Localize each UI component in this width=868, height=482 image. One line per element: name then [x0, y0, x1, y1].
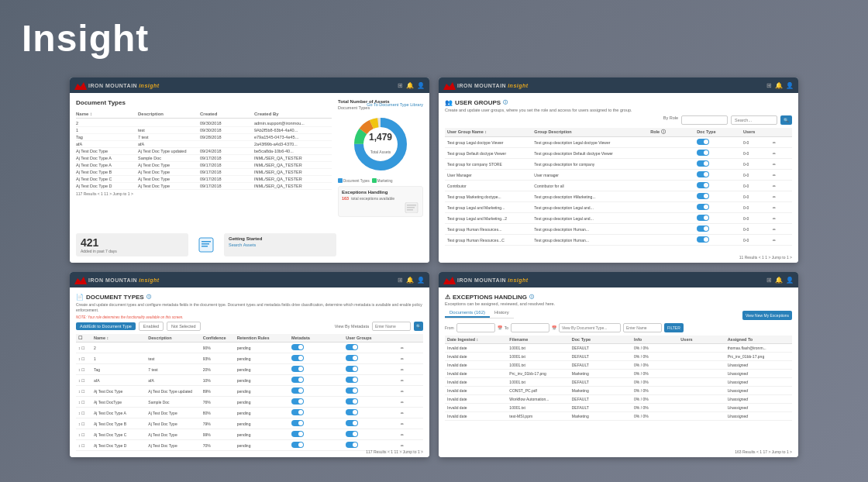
table-row: Test group Marketing doctype... Test gro…: [445, 191, 792, 202]
p4-doctype-filter[interactable]: [559, 323, 621, 332]
panels-container: IRON MOUNTAIN InSight ⊞ 🔔 👤 Document Typ…: [70, 77, 798, 457]
p4-to-label: To: [505, 325, 508, 330]
p4-title: ⚠ EXCEPTIONS HANDLING ⓘ: [445, 294, 792, 301]
p4-table-header: Date Ingested ↕ Filename Doc Type Info U…: [445, 336, 792, 344]
p3-col-ret: Retention Rules: [237, 336, 291, 340]
p4-filter-btn[interactable]: FILTER: [664, 323, 684, 332]
p1-pagination: 117 Results < 1 11 > Jump to 1 >: [76, 191, 332, 196]
table-row: Test group for company STORE Test group …: [445, 159, 792, 170]
p1-exceptions-title: Exceptions Handling: [342, 190, 419, 195]
p2-filter-label: By Role: [663, 115, 678, 125]
page-title: Insight: [22, 17, 149, 60]
table-row: afA afA 2a43f99b-a4d3-4370...: [76, 141, 332, 148]
p2-role-filter[interactable]: [681, 115, 728, 125]
bell-icon-2: 🔔: [775, 82, 783, 89]
p1-new-assets-number: 421: [81, 236, 184, 249]
p3-not-selected-btn[interactable]: Not Selected: [167, 322, 201, 331]
p1-icon-box: [195, 233, 218, 256]
p3-search-input[interactable]: [372, 322, 411, 331]
p3-pagination: 117 Results < 1 11 > Jump to 1 >: [366, 449, 423, 454]
p1-new-assets: 421 Added in past 7 days: [76, 233, 188, 256]
p2-table-header: User Group Name ↕ Group Description Role…: [445, 128, 792, 137]
p4-col-assigned: Assigned To: [728, 337, 790, 342]
p1-bottom-bar: 421 Added in past 7 days Getting Started…: [76, 233, 336, 256]
user-icon-3: 👤: [417, 277, 425, 284]
table-row: Aj Test Doc Type Aj Test Doc Type update…: [76, 148, 332, 155]
table-row: Invalid date CONST_PC.pdf Marketing 0% /…: [445, 387, 792, 395]
p1-total-assets-label: Total Number of Assets: [338, 99, 423, 104]
info-icon: ⓘ: [503, 99, 508, 106]
p3-enabled-btn[interactable]: Enabled: [139, 322, 164, 331]
p2-pagination: 11 Results < 1 1 > Jump to 1 >: [739, 255, 792, 260]
users-icon: 👥: [445, 99, 453, 106]
svg-rect-9: [199, 238, 213, 252]
p3-add-btn[interactable]: Add/Edit to Document Type: [76, 322, 136, 330]
p3-toolbar: Add/Edit to Document Type Enabled Not Se…: [76, 322, 423, 331]
p4-calendar-icon-from[interactable]: 📅: [498, 325, 502, 330]
table-row: Invalid date 10001.txt DEFAULT 0% / 0% t…: [445, 344, 792, 353]
p2-pagination-text: 11 Results < 1 1 > Jump to 1 >: [739, 255, 792, 260]
panel-header-2: IRON MOUNTAIN InSight ⊞ 🔔 👤: [439, 77, 798, 93]
insight-text-4: InSight: [508, 277, 528, 283]
p1-new-assets-label: Added in past 7 days: [81, 249, 184, 253]
panel-exceptions: IRON MOUNTAIN InSight ⊞ 🔔 👤 ⚠ EXCEPTIONS…: [439, 272, 798, 457]
panel-content-4: ⚠ EXCEPTIONS HANDLING ⓘ Exceptions can b…: [439, 287, 798, 457]
table-row: Aj Test Doc Type D Aj Test Doc Type 09/1…: [76, 183, 332, 190]
p2-search-input[interactable]: [731, 115, 777, 125]
p4-name-filter[interactable]: [623, 323, 662, 332]
p4-col-filename: Filename: [509, 337, 571, 342]
table-row: ↕ ☐ afA afA 10% pending ✏: [76, 375, 423, 386]
p1-col-name: Name ↕: [76, 112, 138, 116]
p1-gs-link[interactable]: Search Assets: [229, 243, 332, 247]
p1-col-createdby: Created By: [254, 112, 332, 116]
p1-donut-sub: Total Assets: [370, 150, 391, 154]
tab-documents[interactable]: Documents (162): [445, 308, 490, 318]
p4-col-info: Info: [634, 337, 680, 342]
p2-table-body: Test group Legal doctype Viewer Test gro…: [445, 137, 792, 246]
header-icons-4: ⊞ 🔔 👤: [766, 277, 794, 284]
p4-col-doctype: Doc Type: [572, 337, 634, 342]
p1-legend: Document Types Marketing: [338, 178, 423, 183]
table-row: ↕ ☐ Aj Test Doc Type C Aj Test Doc Type …: [76, 429, 423, 440]
p1-donut-number: 1,479: [369, 132, 392, 143]
grid-icon-2: ⊞: [766, 82, 772, 89]
insight-text-3: InSight: [139, 277, 159, 283]
user-icon-4: 👤: [786, 277, 794, 284]
p2-search-btn[interactable]: 🔍: [780, 115, 792, 125]
table-row: ↕ ☐ Aj Test Doc Type A Aj Test Doc Type …: [76, 408, 423, 418]
p3-title: 📄 DOCUMENT TYPES ⓘ: [76, 294, 423, 301]
svg-rect-6: [407, 205, 416, 206]
p1-total-assets-sub: Document Types: [338, 105, 423, 110]
table-row: Aj Test Doc Type B Aj Test Doc Type 09/1…: [76, 169, 332, 176]
p3-search-btn[interactable]: 🔍: [414, 322, 423, 331]
p3-col-name: Name ↕: [94, 336, 148, 340]
svg-rect-8: [407, 209, 413, 211]
table-row: Tag 7 test 09/28/2018 e79a1545-0473-4e45…: [76, 134, 332, 141]
bell-icon-1: 🔔: [406, 82, 414, 89]
p2-col-desc: Group Description: [534, 129, 650, 135]
table-row: ↕ ☐ Aj Test Doc Type Aj Test Doc Type up…: [76, 386, 423, 397]
info-icon-4: ⓘ: [529, 294, 534, 301]
insight-text-2: InSight: [508, 83, 528, 88]
p4-from-input[interactable]: [456, 323, 495, 332]
p4-view-new-btn[interactable]: View New My Exceptions: [742, 311, 792, 320]
tab-history[interactable]: History: [490, 308, 514, 318]
p3-desc: Create and update document types and con…: [76, 302, 423, 313]
table-row: Contributor Contributor for all 0-0 ✏: [445, 181, 792, 191]
p1-donut-label: 1,479 Total Assets: [369, 132, 392, 157]
logo-2: IRON MOUNTAIN InSight: [443, 81, 529, 90]
p4-to-input[interactable]: [511, 323, 549, 332]
table-row: Test group Default doctype Viewer Test g…: [445, 148, 792, 159]
p4-calendar-icon-to[interactable]: 📅: [552, 325, 556, 330]
p4-table-body: Invalid date 10001.txt DEFAULT 0% / 0% t…: [445, 344, 792, 421]
table-row: ↕ ☐ Tag 7 test 20% pending ✏: [76, 364, 423, 375]
table-row: 2 09/30/2018 admin.support@ironmou...: [76, 120, 332, 127]
p4-col-date: Date Ingested ↕: [447, 337, 509, 342]
p4-tabs: Documents (162) History: [445, 308, 514, 318]
doc-icon: 📄: [76, 294, 84, 301]
p3-col-desc: Description: [148, 336, 202, 340]
p1-col-desc: Description: [138, 112, 200, 116]
p1-col-created: Created: [200, 112, 254, 116]
p2-col-action: [773, 129, 790, 135]
table-row: Aj Test Doc Type C Aj Test Doc Type 09/1…: [76, 176, 332, 183]
